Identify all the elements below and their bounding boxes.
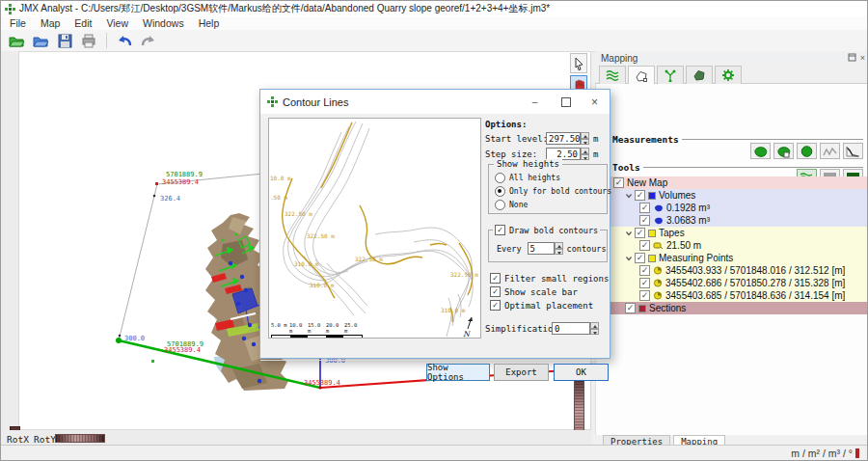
mapping-panel-header: Mapping × (595, 51, 868, 66)
chevron-down-icon[interactable] (625, 255, 633, 262)
volume-value: 0.1928 m³ (666, 203, 710, 213)
tab-solid-polygon[interactable] (686, 66, 713, 84)
redo-icon[interactable] (139, 32, 158, 50)
open-folder-green-icon[interactable] (7, 32, 26, 50)
start-level-input[interactable]: 297.50 (546, 132, 581, 145)
start-level-spinner[interactable] (581, 132, 589, 145)
tab-marker-tree[interactable] (657, 66, 684, 84)
options-header: Options: (485, 120, 527, 129)
dialog-separator (260, 360, 610, 361)
every-spinner[interactable] (555, 242, 563, 255)
mapping-panel: Mapping × Measurem (595, 51, 868, 447)
scale-label: 5.0 m (271, 322, 289, 334)
dialog-title-bar[interactable]: Contour Lines – × (260, 90, 610, 114)
save-icon[interactable] (55, 32, 74, 50)
tree-row-tapes[interactable]: Tapes (609, 227, 868, 239)
volumes-color-icon (648, 192, 656, 200)
dialog-minimize-icon[interactable]: – (528, 95, 542, 109)
checkbox[interactable] (639, 203, 650, 213)
tape-value: 21.50 m (666, 240, 701, 251)
simplification-input[interactable]: 0 (552, 322, 590, 335)
checkbox[interactable] (639, 240, 650, 251)
radio-only-bold[interactable]: Only for bold contours (495, 186, 611, 197)
dialog-title: Contour Lines (283, 96, 349, 108)
show-options-button[interactable]: Show Options (426, 364, 490, 381)
volume-blob-icon[interactable] (750, 143, 771, 159)
checkbox[interactable] (625, 303, 636, 313)
tree-row-volume-item[interactable]: 3.0683 m³ (609, 214, 868, 227)
dialog-app-icon (267, 96, 278, 107)
tab-polygon-outline[interactable] (628, 66, 655, 85)
optimal-placement-checkbox[interactable]: Optimal placement (490, 300, 593, 311)
tab-contour-lines[interactable] (599, 66, 626, 84)
circle-area-icon[interactable] (797, 143, 817, 159)
start-level-label: Start level: (485, 134, 548, 144)
volume-blob-cut-icon[interactable] (773, 143, 794, 159)
dialog-close-icon[interactable]: × (587, 95, 602, 109)
checkbox[interactable] (635, 190, 645, 201)
step-size-spinner[interactable] (581, 148, 589, 160)
tree-row-sections[interactable]: Sections (609, 302, 868, 314)
print-icon[interactable] (79, 32, 98, 50)
show-scale-bar-checkbox[interactable]: Show scale bar (490, 286, 578, 297)
menu-edit[interactable]: Edit (74, 17, 92, 29)
tree-row-point-item[interactable]: 3455403.933 / 5701848.016 / 312.512 [m] (609, 264, 868, 277)
point-icon (653, 266, 663, 275)
checkbox[interactable] (639, 215, 650, 226)
contour-label: 310.0 m (310, 282, 335, 288)
scale-label: 15.0 m (308, 322, 326, 334)
select-cursor-tool[interactable] (570, 53, 587, 73)
mapping-panel-title: Mapping (601, 53, 637, 64)
dialog-maximize-icon[interactable] (558, 95, 573, 109)
dock-pin-icon[interactable] (848, 53, 856, 62)
checkbox[interactable] (635, 253, 645, 263)
tree-row-point-item[interactable]: 3455403.685 / 5701848.636 / 314.154 [m] (609, 289, 868, 302)
tree-row-new-map[interactable]: New Map (609, 176, 868, 189)
draw-bold-checkbox[interactable]: Draw bold contours (493, 225, 600, 235)
measuring-points-color-icon (648, 255, 656, 262)
chevron-down-icon[interactable] (625, 230, 633, 237)
menu-windows[interactable]: Windows (143, 17, 184, 29)
filter-small-regions-checkbox[interactable]: Filter small regions (490, 273, 609, 284)
open-folder-blue-icon[interactable] (31, 32, 50, 50)
tree-row-tape-item[interactable]: 21.50 m (609, 239, 868, 252)
north-arrow-icon: N (463, 317, 473, 338)
menu-help[interactable]: Help (199, 17, 220, 29)
status-bar: m / m² / m³ / ° (1, 445, 867, 460)
tree-row-point-item[interactable]: 3455402.686 / 5701850.278 / 315.328 [m] (609, 277, 868, 289)
checkbox[interactable] (639, 290, 650, 301)
tree-row-volume-item[interactable]: 0.1928 m³ (609, 202, 868, 214)
show-heights-title: Show heights (494, 159, 562, 169)
tree-row-volumes[interactable]: Volumes (609, 189, 868, 202)
checkbox[interactable] (613, 177, 624, 188)
menu-view[interactable]: View (106, 17, 128, 29)
start-level-unit: m (593, 134, 598, 144)
clipped-glyph (855, 448, 859, 458)
app-logo-icon (5, 4, 15, 14)
menu-file[interactable]: File (10, 17, 26, 29)
checkbox[interactable] (635, 228, 645, 238)
contour-label: 322.50 m (355, 256, 383, 262)
profile-line-icon[interactable] (843, 143, 863, 159)
panel-close-icon[interactable]: × (860, 53, 865, 63)
new-map-label: New Map (627, 177, 667, 188)
zigzag-disabled-icon[interactable] (820, 143, 840, 159)
tab-settings-gear[interactable] (715, 66, 742, 84)
checkbox[interactable] (639, 265, 650, 276)
contour-preview: 10.0 m .50 m 322.50 m 322.50 m 322.50 m … (268, 118, 481, 339)
simplification-spinner[interactable] (590, 322, 599, 335)
ok-button[interactable]: OK (554, 364, 609, 381)
undo-icon[interactable] (115, 32, 134, 50)
contours-label: contours (567, 244, 607, 254)
radio-all-heights[interactable]: All heights (495, 173, 560, 183)
tape-icon (653, 241, 664, 250)
tree-row-measuring-points[interactable]: Measuring Points (609, 252, 868, 264)
menu-map[interactable]: Map (41, 17, 60, 29)
every-input[interactable]: 5 (528, 242, 555, 255)
chevron-down-icon[interactable] (625, 192, 633, 200)
measurement-buttons (750, 143, 863, 159)
rotation-slider[interactable] (55, 434, 105, 443)
export-button[interactable]: Export (494, 364, 549, 381)
radio-none[interactable]: None (495, 200, 528, 210)
checkbox[interactable] (639, 278, 650, 288)
